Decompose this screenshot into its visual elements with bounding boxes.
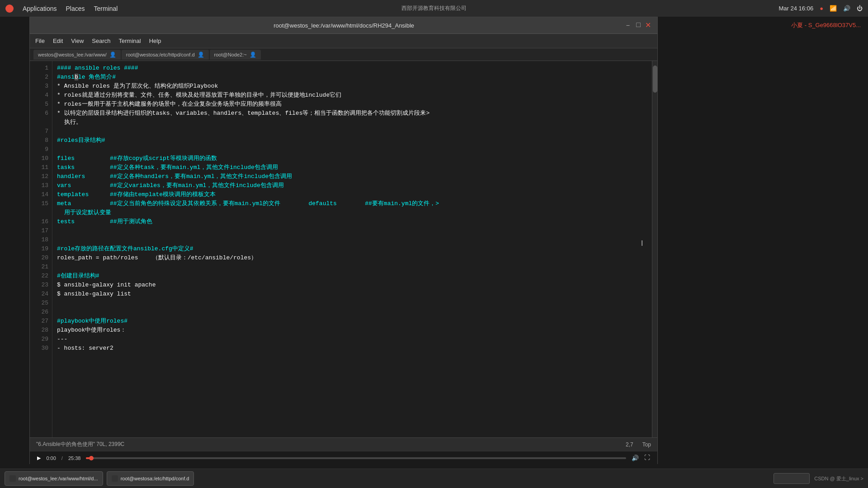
code-line-1: #### ansible roles #### <box>57 64 647 73</box>
close-button[interactable]: ✕ <box>645 21 651 30</box>
code-line-24: $ ansible-galaxy list <box>57 290 647 299</box>
code-line-12: handlers ##定义各种handlers，要有main.yml，其他文件i… <box>57 172 647 181</box>
right-panel: 小夏 - S_Ge9668lO37V5... <box>658 17 868 464</box>
code-line-10: files ##存放copy或script等模块调用的函数 <box>57 154 647 163</box>
fullscreen-icon[interactable]: ⛶ <box>644 455 650 461</box>
code-line-6b: 执行。 <box>57 118 647 127</box>
taskbar-label-2: root@westosa:/etc/httpd/conf.d <box>121 476 189 481</box>
time-separator: / <box>61 455 63 461</box>
editor-area[interactable]: 1 2 3 4 5 6 7 8 9 10 11 12 13 14 15 16 1… <box>30 61 657 437</box>
taskbar-icon-1 <box>9 475 16 482</box>
status-scroll: Top <box>642 441 651 448</box>
code-line-21 <box>57 263 647 272</box>
code-line-27: #playbook中使用roles# <box>57 317 647 326</box>
terminal-title: root@westos_lee:/var/www/html/docs/RH294… <box>63 22 624 29</box>
window-controls: － □ ✕ <box>624 21 651 30</box>
code-line-15: meta ##定义当前角色的特殊设定及其依赖关系，要有main.yml的文件 d… <box>57 199 647 208</box>
tab-user-icon-2: 👤 <box>198 52 204 58</box>
tab-1[interactable]: westos@westos_lee:/var/www/ 👤 <box>33 50 121 60</box>
system-time: Mar 24 16:06 <box>779 5 814 12</box>
code-line-26 <box>57 308 647 317</box>
taskbar: root@westos_lee:/var/www/html/d... root@… <box>0 469 868 488</box>
tab-2[interactable]: root@westosa:/etc/httpd/conf.d 👤 <box>122 50 209 60</box>
taskbar-icon-2 <box>112 475 118 482</box>
video-progress-area: ▶ 0:00 / 25:38 🔊 ⛶ <box>30 451 657 465</box>
tab-3[interactable]: root@Node2:~ 👤 <box>210 50 261 60</box>
code-line-3: * Ansible roles 是为了层次化、结构化的组织Playbook <box>57 82 647 91</box>
system-bar: Applications Places Terminal 西部开源教育科技有限公… <box>0 0 868 17</box>
system-bar-right: Mar 24 16:06 ● 📶 🔊 ⏻ <box>779 5 863 12</box>
menu-terminal[interactable]: Terminal <box>119 38 141 44</box>
terminal-window: root@westos_lee:/var/www/html/docs/RH294… <box>29 17 658 464</box>
code-line-22: #创建目录结构# <box>57 272 647 281</box>
volume-icon-video[interactable]: 🔊 <box>632 455 639 462</box>
tab-bar: westos@westos_lee:/var/www/ 👤 root@westo… <box>30 48 657 61</box>
code-line-19: #role存放的路径在配置文件ansible.cfg中定义# <box>57 244 647 253</box>
taskbar-preview <box>774 473 810 484</box>
video-duration: 25:38 <box>68 455 81 461</box>
menu-help[interactable]: Help <box>149 38 161 44</box>
menu-bar: File Edit View Search Terminal Help <box>30 34 657 48</box>
code-line-30: - hosts: server2 <box>57 344 647 353</box>
video-progress-thumb <box>89 456 94 460</box>
status-bar: "6.Ansible中的角色使用" 70L, 2399C 2,7 Top <box>30 437 657 451</box>
scrollbar[interactable] <box>652 61 657 437</box>
code-line-9 <box>57 145 647 154</box>
code-line-13: vars ##定义variables，要有main.yml，其他文件includ… <box>57 181 647 190</box>
recording-dot: ● <box>820 5 823 12</box>
code-line-8: #roles目录结构# <box>57 136 647 145</box>
taskbar-btn-2[interactable]: root@westosa:/etc/httpd/conf.d <box>107 471 194 486</box>
code-line-11: tasks ##定义各种task，要有main.yml，其他文件include包… <box>57 163 647 172</box>
code-line-23: $ ansible-galaxy init apache <box>57 281 647 290</box>
code-line-2: #ansible 角色简介# <box>57 73 647 82</box>
taskbar-csdn-label: CSDN @ 爱土_linux > <box>814 475 863 482</box>
maximize-button[interactable]: □ <box>636 21 641 30</box>
power-icon: ⏻ <box>857 5 863 12</box>
video-time: 0:00 <box>46 455 56 461</box>
code-line-20: roles_path = path/roles （默认目录：/etc/ansib… <box>57 253 647 263</box>
code-line-28: playbook中使用roles： <box>57 326 647 335</box>
status-position: 2,7 <box>626 441 633 448</box>
volume-icon: 🔊 <box>843 5 850 12</box>
code-content[interactable]: #### ansible roles #### #ansible 角色简介# *… <box>52 61 652 437</box>
video-progress-bar[interactable] <box>86 457 626 459</box>
applications-menu[interactable]: Applications <box>23 5 57 12</box>
rp-csdn-label: 小夏 - S_Ge9668lO37V5... <box>658 21 868 29</box>
taskbar-label-1: root@westos_lee:/var/www/html/d... <box>19 476 98 481</box>
status-right-group: 2,7 Top <box>626 441 651 448</box>
places-menu[interactable]: Places <box>66 5 85 12</box>
code-line-6: * 以特定的层级目录结构进行组织的tasks、variables、handler… <box>57 109 647 118</box>
minimize-button[interactable]: － <box>624 21 632 30</box>
code-line-25 <box>57 299 647 308</box>
wifi-icon: 📶 <box>830 5 837 12</box>
play-pause-button[interactable]: ▶ <box>37 454 41 462</box>
terminal-menu[interactable]: Terminal <box>94 5 118 12</box>
taskbar-right: CSDN @ 爱土_linux > <box>774 473 863 484</box>
code-line-14: templates ##存储由template模块调用的模板文本 <box>57 190 647 199</box>
menu-view[interactable]: View <box>71 38 84 44</box>
code-line-15b: 用于设定默认变量 <box>57 208 647 217</box>
status-file-info: "6.Ansible中的角色使用" 70L, 2399C <box>36 441 124 448</box>
code-line-17 <box>57 226 647 235</box>
code-line-16: tests ##用于测试角色 <box>57 217 647 226</box>
menu-edit[interactable]: Edit <box>53 38 63 44</box>
tab-user-icon-1: 👤 <box>109 52 116 58</box>
line-numbers: 1 2 3 4 5 6 7 8 9 10 11 12 13 14 15 16 1… <box>30 61 52 437</box>
menu-file[interactable]: File <box>35 38 45 44</box>
scrollbar-thumb[interactable] <box>653 66 657 93</box>
cursor-line: | <box>640 239 644 247</box>
code-line-18 <box>57 235 647 244</box>
system-bar-left: Applications Places Terminal <box>5 5 118 13</box>
terminal-titlebar: root@westos_lee:/var/www/html/docs/RH294… <box>30 17 657 34</box>
menu-search[interactable]: Search <box>92 38 110 44</box>
tab-user-icon-3: 👤 <box>250 52 256 58</box>
taskbar-btn-1[interactable]: root@westos_lee:/var/www/html/d... <box>5 471 103 486</box>
app-icon <box>5 5 14 13</box>
code-line-5: * roles一般用于基于主机构建服务的场景中，在企业复杂业务场景中应用的频率很… <box>57 100 647 109</box>
code-line-7 <box>57 127 647 136</box>
code-line-29: --- <box>57 335 647 344</box>
system-bar-center: 西部开源教育科技有限公司 <box>401 5 467 12</box>
code-line-4: * roles就是通过分别将变量、文件、任务、模块及处理器放置于单独的目录中，并… <box>57 91 647 100</box>
